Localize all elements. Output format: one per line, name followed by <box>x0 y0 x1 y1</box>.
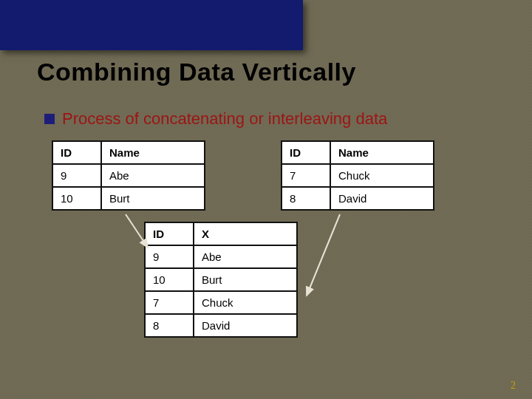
table-row: 8 David <box>145 314 297 337</box>
cell-name: Burt <box>101 187 205 210</box>
square-bullet-icon <box>44 114 55 124</box>
cell-id: 9 <box>145 245 194 268</box>
cell-id: 9 <box>52 164 101 187</box>
cell-id: 10 <box>145 268 194 291</box>
result-table: ID X 9 Abe 10 Burt 7 Chuck 8 David <box>144 222 298 338</box>
header-accent-box <box>0 0 303 50</box>
bullet-item: Process of concatenating or interleaving… <box>44 109 387 129</box>
svg-line-1 <box>307 214 340 296</box>
slide-title: Combining Data Vertically <box>37 58 356 86</box>
table-row: 7 Chuck <box>145 291 297 314</box>
source-table-right: ID Name 7 Chuck 8 David <box>281 140 434 211</box>
cell-x: David <box>194 314 297 337</box>
cell-x: Chuck <box>194 291 297 314</box>
table-header-row: ID X <box>145 222 297 245</box>
cell-id: 10 <box>52 187 101 210</box>
source-table-left: ID Name 9 Abe 10 Burt <box>52 140 205 211</box>
col-header-name: Name <box>101 141 205 164</box>
cell-id: 7 <box>145 291 194 314</box>
cell-id: 8 <box>145 314 194 337</box>
col-header-x: X <box>194 222 297 245</box>
cell-name: Chuck <box>330 164 434 187</box>
bullet-text: Process of concatenating or interleaving… <box>62 109 387 129</box>
cell-x: Burt <box>194 268 297 291</box>
table-header-row: ID Name <box>52 141 205 164</box>
table-row: 10 Burt <box>52 187 205 210</box>
cell-id: 8 <box>282 187 330 210</box>
col-header-id: ID <box>282 141 330 164</box>
cell-id: 7 <box>282 164 330 187</box>
table-row: 8 David <box>282 187 434 210</box>
table-row: 10 Burt <box>145 268 297 291</box>
col-header-id: ID <box>52 141 101 164</box>
cell-name: David <box>330 187 434 210</box>
cell-name: Abe <box>101 164 205 187</box>
cell-x: Abe <box>194 245 297 268</box>
table-row: 9 Abe <box>145 245 297 268</box>
table-row: 7 Chuck <box>282 164 434 187</box>
table-row: 9 Abe <box>52 164 205 187</box>
page-number: 2 <box>511 380 516 392</box>
col-header-id: ID <box>145 222 194 245</box>
table-header-row: ID Name <box>282 141 434 164</box>
col-header-name: Name <box>330 141 434 164</box>
